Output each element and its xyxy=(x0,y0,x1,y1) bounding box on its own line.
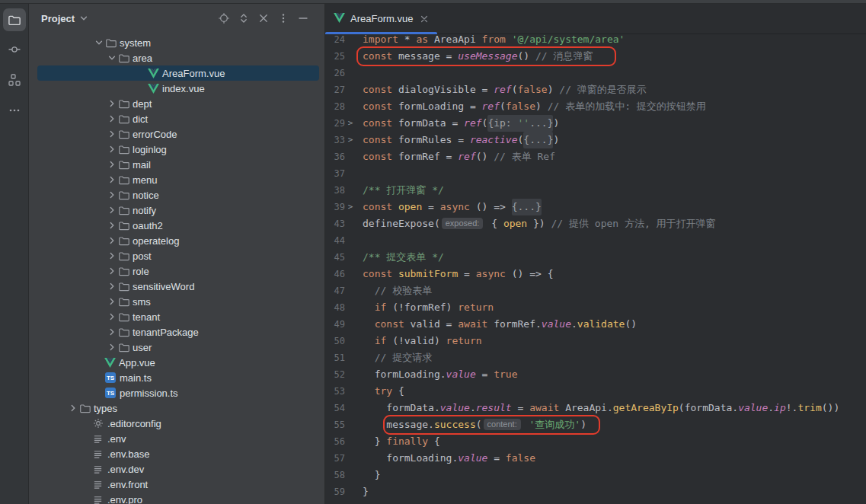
code-line-24[interactable]: 24import * as AreaApi from '@/api/system… xyxy=(325,31,866,48)
fold-arrow-icon[interactable]: > xyxy=(345,199,356,215)
line-number[interactable]: 59 xyxy=(325,483,345,500)
project-tool-button[interactable] xyxy=(3,8,26,31)
chevron-right-icon[interactable] xyxy=(105,250,118,261)
chevron-right-icon[interactable] xyxy=(105,220,118,231)
chevron-right-icon[interactable] xyxy=(105,174,118,185)
fold-arrow-icon[interactable]: > xyxy=(345,132,356,148)
tree-item-menu[interactable]: menu xyxy=(29,172,324,187)
line-number[interactable]: 37 xyxy=(325,165,345,182)
tree-item-sensitiveword[interactable]: sensitiveWord xyxy=(29,279,324,294)
tree-item-oauth2[interactable]: oauth2 xyxy=(29,218,324,233)
options-menu-button[interactable] xyxy=(277,12,289,24)
code-line-33[interactable]: 33>const formRules = reactive({...}) xyxy=(325,132,866,148)
tree-item-index-vue[interactable]: index.vue xyxy=(29,81,324,96)
line-number[interactable]: 51 xyxy=(325,349,345,366)
tree-item-tenant[interactable]: tenant xyxy=(29,309,324,324)
chevron-right-icon[interactable] xyxy=(105,266,118,276)
tree-item--env[interactable]: .env xyxy=(29,431,324,446)
code-line-45[interactable]: 45/** 提交表单 */ xyxy=(325,249,866,266)
chevron-right-icon[interactable] xyxy=(105,311,118,322)
chevron-right-icon[interactable] xyxy=(105,342,118,352)
line-number[interactable]: 27 xyxy=(325,81,345,98)
code-line-48[interactable]: 48 if (!formRef) return xyxy=(325,299,866,316)
select-opened-file-button[interactable] xyxy=(218,12,230,24)
code-line-49[interactable]: 49 const valid = await formRef.value.val… xyxy=(325,316,866,333)
code-line-46[interactable]: 46const submitForm = async () => { xyxy=(325,266,866,282)
chevron-right-icon[interactable] xyxy=(105,281,118,292)
code-line-39[interactable]: 39>const open = async () => {...} xyxy=(325,199,866,215)
chevron-right-icon[interactable] xyxy=(105,129,118,139)
structure-tool-button[interactable] xyxy=(5,71,24,89)
line-number[interactable]: 46 xyxy=(325,266,345,282)
line-number[interactable]: 58 xyxy=(325,467,345,483)
line-number[interactable]: 25 xyxy=(325,48,345,65)
close-icon[interactable] xyxy=(420,14,429,24)
line-number[interactable]: 26 xyxy=(325,65,345,81)
line-number[interactable]: 57 xyxy=(325,450,345,467)
line-number[interactable]: 39 xyxy=(325,199,345,215)
tree-item-area[interactable]: area xyxy=(29,50,324,65)
code-line-38[interactable]: 38/** 打开弹窗 */ xyxy=(325,182,866,199)
collapse-all-button[interactable] xyxy=(257,12,270,24)
tree-item--env-front[interactable]: .env.front xyxy=(29,477,324,492)
expand-all-button[interactable] xyxy=(238,12,250,24)
tree-item-app-vue[interactable]: App.vue xyxy=(29,355,324,370)
line-number[interactable]: 36 xyxy=(325,148,345,165)
folded-region[interactable]: {...} xyxy=(523,132,553,148)
line-number[interactable]: 28 xyxy=(325,98,345,115)
line-number[interactable]: 50 xyxy=(325,333,345,349)
tree-item--editorconfig[interactable]: .editorconfig xyxy=(29,416,324,431)
tree-item-role[interactable]: role xyxy=(29,263,324,279)
chevron-down-icon[interactable] xyxy=(78,13,89,24)
tree-item-tenantpackage[interactable]: tenantPackage xyxy=(29,324,324,340)
chevron-right-icon[interactable] xyxy=(105,190,118,200)
line-number[interactable]: 48 xyxy=(325,299,345,316)
chevron-right-icon[interactable] xyxy=(66,403,79,413)
line-number[interactable]: 56 xyxy=(325,433,345,450)
line-number[interactable]: 53 xyxy=(325,383,345,400)
tree-item-mail[interactable]: mail xyxy=(29,157,324,172)
tree-item-loginlog[interactable]: loginlog xyxy=(29,142,324,157)
line-number[interactable]: 55 xyxy=(325,416,345,433)
tree-item-areaform-vue[interactable]: AreaForm.vue xyxy=(29,65,324,81)
code-line-58[interactable]: 58 } xyxy=(325,467,866,483)
tree-item-sms[interactable]: sms xyxy=(29,294,324,309)
hide-panel-button[interactable] xyxy=(297,12,309,24)
commit-tool-button[interactable] xyxy=(5,40,24,59)
line-number[interactable]: 54 xyxy=(325,400,345,416)
line-number[interactable]: 38 xyxy=(325,182,345,199)
line-number[interactable]: 29 xyxy=(325,115,345,132)
chevron-down-icon[interactable] xyxy=(105,53,118,63)
line-number[interactable]: 33 xyxy=(325,132,345,148)
tree-item-dict[interactable]: dict xyxy=(29,111,324,126)
code-line-37[interactable]: 37 xyxy=(325,165,866,182)
code-line-50[interactable]: 50 if (!valid) return xyxy=(325,333,866,349)
line-number[interactable]: 43 xyxy=(325,215,345,232)
tree-item--env-dev[interactable]: .env.dev xyxy=(29,461,324,477)
code-line-59[interactable]: 59} xyxy=(325,483,866,500)
code-line-36[interactable]: 36const formRef = ref() // 表单 Ref xyxy=(325,148,866,165)
line-number[interactable]: 52 xyxy=(325,366,345,383)
code-line-47[interactable]: 47 // 校验表单 xyxy=(325,282,866,299)
tree-item--env-pro[interactable]: .env.pro xyxy=(29,492,324,504)
code-line-56[interactable]: 56 } finally { xyxy=(325,433,866,450)
tree-item-main-ts[interactable]: TSmain.ts xyxy=(29,370,324,385)
more-tools-button[interactable] xyxy=(5,101,24,120)
chevron-right-icon[interactable] xyxy=(105,235,118,246)
line-number[interactable]: 45 xyxy=(325,249,345,266)
folded-region[interactable]: {ip: ''...} xyxy=(487,115,553,132)
tree-item-post[interactable]: post xyxy=(29,248,324,263)
chevron-right-icon[interactable] xyxy=(105,296,118,307)
tree-item-permission-ts[interactable]: TSpermission.ts xyxy=(29,385,324,400)
code-line-54[interactable]: 54 formData.value.result = await AreaApi… xyxy=(325,400,866,416)
folded-region[interactable]: {...} xyxy=(512,199,542,215)
code-line-53[interactable]: 53 try { xyxy=(325,383,866,400)
chevron-down-icon[interactable] xyxy=(92,37,105,48)
tree-item-dept[interactable]: dept xyxy=(29,96,324,111)
code-line-29[interactable]: 29>const formData = ref({ip: ''...}) xyxy=(325,115,866,132)
line-number[interactable]: 49 xyxy=(325,316,345,333)
chevron-right-icon[interactable] xyxy=(105,205,118,215)
code-line-27[interactable]: 27const dialogVisible = ref(false) // 弹窗… xyxy=(325,81,866,98)
project-panel-title[interactable]: Project xyxy=(41,13,75,24)
tree-item--env-base[interactable]: .env.base xyxy=(29,446,324,461)
